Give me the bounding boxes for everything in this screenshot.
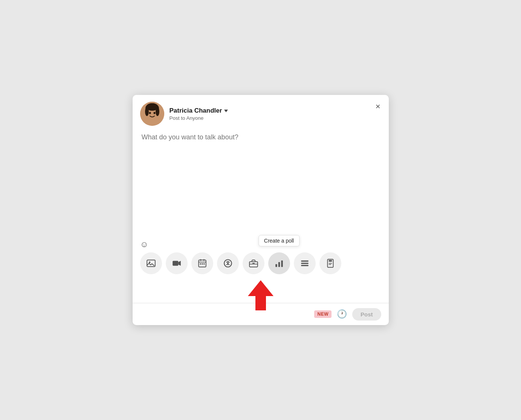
celebrate-icon: [223, 258, 233, 268]
poll-tooltip-wrapper: Create a poll: [268, 252, 290, 274]
svg-rect-23: [278, 262, 280, 267]
svg-rect-10: [173, 261, 178, 266]
chevron-down-icon[interactable]: [224, 110, 228, 112]
event-button[interactable]: [191, 252, 213, 274]
badge-button[interactable]: [319, 252, 341, 274]
arrow-container: [133, 280, 389, 303]
svg-point-9: [149, 261, 150, 263]
post-to-label: Post to Anyone: [170, 115, 228, 121]
svg-rect-26: [301, 263, 309, 264]
svg-point-3: [149, 112, 151, 114]
photo-button[interactable]: [140, 252, 162, 274]
emoji-icon[interactable]: ☺: [140, 240, 148, 249]
badge-icon: [325, 258, 335, 268]
svg-rect-17: [202, 263, 203, 264]
svg-rect-29: [328, 260, 332, 261]
post-input[interactable]: [142, 133, 380, 231]
poll-tooltip: Create a poll: [258, 235, 299, 246]
svg-rect-16: [200, 263, 201, 264]
arrow-shaft: [255, 296, 266, 310]
avatar: [140, 102, 164, 126]
user-info: Patricia Chandler Post to Anyone: [170, 107, 228, 121]
calendar-icon: [197, 258, 207, 268]
create-post-modal: Patricia Chandler Post to Anyone × ☺: [133, 95, 389, 325]
user-name: Patricia Chandler: [170, 107, 222, 115]
user-name-row: Patricia Chandler: [170, 107, 228, 115]
modal-header: Patricia Chandler Post to Anyone ×: [133, 95, 389, 130]
celebrate-button[interactable]: [217, 252, 239, 274]
video-button[interactable]: [166, 252, 188, 274]
post-button[interactable]: Post: [352, 308, 381, 321]
icon-row: Create a poll: [140, 252, 381, 280]
svg-point-4: [153, 112, 155, 114]
svg-rect-22: [275, 264, 277, 267]
poll-button[interactable]: [268, 252, 290, 274]
poll-icon: [274, 258, 284, 268]
arrow-head: [248, 280, 273, 296]
svg-point-6: [145, 107, 149, 116]
briefcase-icon: [249, 258, 258, 268]
svg-rect-24: [281, 260, 283, 267]
svg-rect-18: [203, 263, 205, 264]
red-arrow: [248, 280, 273, 310]
svg-point-7: [156, 107, 159, 116]
clock-button[interactable]: 🕐: [335, 308, 348, 321]
photo-icon: [146, 258, 156, 268]
article-button[interactable]: [243, 252, 264, 274]
new-badge: NEW: [314, 310, 332, 318]
layers-icon: [300, 258, 310, 268]
modal-body: [133, 130, 389, 237]
toolbar-area: ☺: [133, 237, 389, 280]
svg-rect-27: [301, 265, 309, 266]
close-button[interactable]: ×: [374, 101, 382, 112]
video-icon: [172, 258, 182, 268]
more-button[interactable]: [294, 252, 316, 274]
svg-marker-11: [178, 261, 181, 266]
svg-rect-25: [301, 260, 309, 261]
